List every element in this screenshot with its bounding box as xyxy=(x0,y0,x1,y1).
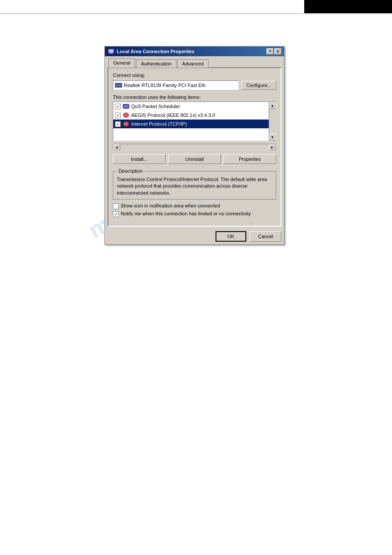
network-icon xyxy=(108,48,115,55)
item-label-aegis: AEGIS Protocol (IEEE 802.1x) v3.4.3.0 xyxy=(131,112,215,118)
title-bar-left: Local Area Connection Properties xyxy=(108,48,194,55)
item-label-qos: QoS Packet Scheduler xyxy=(131,104,180,109)
install-button[interactable]: Install... xyxy=(113,154,165,164)
dialog-footer: OK Cancel xyxy=(105,229,284,244)
close-button[interactable]: X xyxy=(274,48,281,54)
show-icon-row: Show icon in notification area when conn… xyxy=(113,203,276,209)
scrollbar-horizontal: ◄ ► xyxy=(113,144,276,151)
scrollbar-right-arrow[interactable]: ► xyxy=(269,144,276,150)
scrollbar-up-arrow[interactable]: ▲ xyxy=(269,102,276,109)
uninstall-button[interactable]: Uninstall xyxy=(168,154,221,164)
title-bar: Local Area Connection Properties ? X xyxy=(105,47,284,56)
tcpip-icon xyxy=(122,120,129,127)
action-buttons-row: Install... Uninstall Properties xyxy=(113,154,276,164)
adapter-name: Realtek RTL8139 Family PCI Fast Eth xyxy=(124,83,205,88)
top-rule xyxy=(0,13,392,14)
list-item[interactable]: QoS Packet Scheduler xyxy=(113,102,276,111)
svg-rect-9 xyxy=(124,105,128,108)
svg-rect-5 xyxy=(116,84,117,86)
dialog-window: Local Area Connection Properties ? X Gen… xyxy=(104,46,284,245)
notify-checkbox[interactable] xyxy=(113,211,119,217)
scrollbar-down-arrow[interactable]: ▼ xyxy=(269,134,276,141)
top-bar xyxy=(304,0,392,13)
aegis-icon xyxy=(122,112,129,119)
description-group: Description Transmission Control Protoco… xyxy=(113,168,276,200)
ok-button[interactable]: OK xyxy=(216,231,246,242)
svg-rect-0 xyxy=(108,49,114,53)
items-list: QoS Packet Scheduler AEGIS Protocol (IEE… xyxy=(113,102,276,141)
list-item[interactable]: AEGIS Protocol (IEEE 802.1x) v3.4.3.0 xyxy=(113,111,276,120)
items-label: This connection uses the following items… xyxy=(113,94,276,100)
configure-button[interactable]: Configure... xyxy=(241,81,276,90)
tab-bar: General Authentication Advanced xyxy=(105,56,284,67)
qos-icon xyxy=(122,103,129,110)
title-bar-buttons: ? X xyxy=(266,48,281,54)
list-item[interactable]: Internet Protocol (TCP/IP) xyxy=(113,120,276,128)
description-text: Transmission Control Protocol/Internet P… xyxy=(117,176,272,196)
scrollbar-track xyxy=(269,109,276,134)
properties-button[interactable]: Properties xyxy=(223,154,276,164)
connect-using-row: Realtek RTL8139 Family PCI Fast Eth Conf… xyxy=(113,80,276,90)
dialog-content: Connect using: Realtek RTL8139 Family PC… xyxy=(108,67,281,227)
help-button[interactable]: ? xyxy=(266,48,273,54)
title-text: Local Area Connection Properties xyxy=(117,49,194,54)
show-icon-checkbox[interactable] xyxy=(113,203,119,209)
connect-using-label: Connect using: xyxy=(113,73,276,78)
nic-icon xyxy=(115,82,122,89)
notify-label: Notify me when this connection has limit… xyxy=(121,211,251,216)
tab-general[interactable]: General xyxy=(108,58,135,68)
tab-authentication[interactable]: Authentication xyxy=(136,59,176,68)
tab-advanced[interactable]: Advanced xyxy=(177,59,209,68)
scrollbar-vertical: ▲ ▼ xyxy=(269,102,276,141)
bottom-checkboxes: Show icon in notification area when conn… xyxy=(113,203,276,217)
svg-rect-6 xyxy=(118,84,119,86)
svg-rect-2 xyxy=(109,53,113,54)
item-label-tcpip: Internet Protocol (TCP/IP) xyxy=(131,121,187,127)
item-checkbox-tcpip[interactable] xyxy=(115,121,121,127)
scrollbar-left-arrow[interactable]: ◄ xyxy=(113,144,120,150)
item-checkbox-aegis[interactable] xyxy=(115,112,121,118)
adapter-box: Realtek RTL8139 Family PCI Fast Eth xyxy=(113,80,239,90)
description-legend: Description xyxy=(117,168,144,174)
cancel-button[interactable]: Cancel xyxy=(250,231,281,242)
item-checkbox-qos[interactable] xyxy=(115,104,121,109)
notify-row: Notify me when this connection has limit… xyxy=(113,211,276,217)
show-icon-label: Show icon in notification area when conn… xyxy=(121,203,220,208)
